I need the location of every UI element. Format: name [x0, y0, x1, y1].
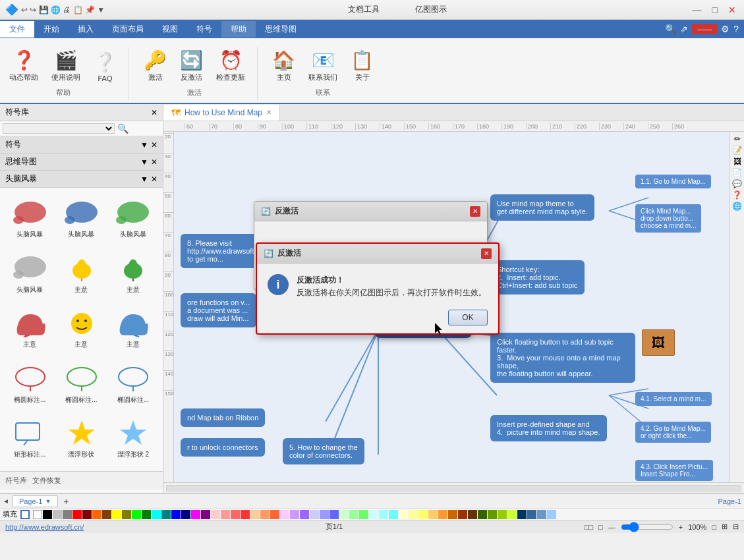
color-swatch[interactable] [152, 510, 161, 519]
menu-item-layout[interactable]: 页面布局 [103, 21, 153, 38]
sidebar-section-brainstorm[interactable]: 头脑风暴 ▼ ✕ [0, 171, 163, 188]
inner-dialog-close-btn[interactable]: ✕ [481, 248, 492, 259]
color-swatch[interactable] [507, 510, 517, 519]
right-panel-btn-7[interactable]: 🌐 [732, 202, 742, 211]
color-swatch[interactable] [389, 510, 398, 519]
list-item[interactable]: 头脑风暴 [57, 193, 105, 246]
ribbon-btn-contact[interactable]: 📧 联系我们 [304, 47, 341, 85]
color-swatch[interactable] [270, 510, 279, 519]
list-item[interactable]: 矩形标注... [5, 413, 54, 466]
color-swatch[interactable] [102, 510, 111, 519]
color-swatch[interactable] [379, 510, 388, 519]
color-swatch[interactable] [280, 510, 289, 519]
menu-item-mindmap[interactable]: 思维导图 [256, 21, 306, 38]
node-unlock-connectors[interactable]: r to unlock connectors [181, 438, 265, 457]
ribbon-btn-home[interactable]: 🏠 主页 [268, 47, 299, 85]
color-swatch[interactable] [478, 510, 487, 519]
color-swatch[interactable] [329, 510, 339, 519]
list-item[interactable]: 主意 [109, 248, 157, 301]
node-4-1[interactable]: 4.1. Select a mind m... [635, 392, 712, 406]
color-swatch[interactable] [33, 510, 42, 519]
color-swatch[interactable] [132, 510, 141, 519]
sidebar-section-close-symbol[interactable]: ✕ [151, 140, 157, 150]
ribbon-btn-about[interactable]: 📋 关于 [347, 47, 378, 85]
profile-area[interactable]: —— [692, 24, 717, 34]
tab-mindmap[interactable]: 🗺 How to Use Mind Map ✕ [163, 105, 280, 121]
zoom-in-btn[interactable]: + [679, 523, 683, 531]
status-url[interactable]: http://www.edrawsoft.cn/ [5, 523, 84, 531]
status-icon-1[interactable]: □□ [585, 523, 593, 531]
symbol-category-select[interactable] [3, 123, 115, 134]
list-item[interactable]: 头脑风暴 [109, 193, 157, 246]
color-swatch[interactable] [63, 510, 72, 519]
view-icon-2[interactable]: ⊞ [722, 522, 728, 531]
menu-item-start[interactable]: 开始 [34, 21, 69, 38]
outer-dialog-title-bar[interactable]: 🔄 反激活 ✕ [254, 202, 487, 221]
list-item[interactable]: 主意 [57, 248, 105, 301]
color-swatch[interactable] [142, 510, 151, 519]
minimize-btn[interactable]: — [690, 3, 704, 16]
list-item[interactable]: 头脑风暴 [5, 248, 54, 301]
ribbon-btn-activate[interactable]: 🔑 激活 [140, 47, 171, 85]
list-item[interactable]: 主意 [5, 303, 54, 356]
menu-item-symbol[interactable]: 符号 [187, 21, 221, 38]
color-swatch[interactable] [320, 510, 329, 519]
color-swatch[interactable] [72, 510, 82, 519]
menu-item-insert[interactable]: 插入 [69, 21, 103, 38]
node-floating-btn[interactable]: Click floating button to add sub topic f… [490, 333, 635, 383]
window-controls[interactable]: — □ ✕ [690, 3, 739, 16]
color-swatch[interactable] [527, 510, 536, 519]
sidebar-section-symbol[interactable]: 符号 ▼ ✕ [0, 136, 163, 154]
list-item[interactable]: 椭圆标注... [57, 358, 105, 411]
sidebar-section-expand-mindmap[interactable]: ▼ [140, 157, 148, 167]
node-1-2[interactable]: Click Mind Map...drop down butto...choos… [635, 204, 701, 233]
view-icon-3[interactable]: ⊟ [733, 522, 739, 531]
list-item[interactable]: 漂浮形状 [57, 413, 105, 466]
outer-dialog-close-btn[interactable]: ✕ [470, 206, 480, 217]
color-swatch[interactable] [241, 510, 250, 519]
ribbon-btn-dynamic-help[interactable]: ❓ 动态帮助 [5, 47, 42, 85]
ribbon-btn-user-manual[interactable]: 🎬 使用说明 [47, 47, 84, 85]
list-item[interactable]: 漂浮形状 2 [109, 413, 157, 466]
right-panel-btn-4[interactable]: 📄 [732, 168, 742, 177]
menu-item-file[interactable]: 文件 [0, 21, 34, 38]
zoom-slider[interactable] [621, 522, 673, 532]
help-icon[interactable]: ? [733, 24, 739, 34]
color-swatch[interactable] [310, 510, 319, 519]
sidebar-section-close-brainstorm[interactable]: ✕ [151, 175, 157, 184]
search-icon[interactable]: 🔍 [117, 123, 129, 134]
color-swatch[interactable] [211, 510, 220, 519]
node-functions[interactable]: ore functions on v...a document was ...d… [181, 293, 256, 327]
color-swatch[interactable] [448, 510, 457, 519]
tab-close-btn[interactable]: ✕ [266, 109, 272, 116]
node-ribbon-tab[interactable]: nd Map tab on Ribbon [181, 408, 265, 427]
color-swatch[interactable] [418, 510, 428, 519]
node-change-color[interactable]: 5. How to change thecolor of connectors. [283, 438, 364, 464]
color-swatch[interactable] [428, 510, 438, 519]
right-panel-btn-2[interactable]: 📝 [732, 146, 742, 155]
maximize-btn[interactable]: □ [710, 3, 720, 16]
color-swatch[interactable] [191, 510, 200, 519]
settings-icon[interactable]: ⚙ [721, 24, 730, 34]
color-swatch[interactable] [171, 510, 181, 519]
page-prev-arrow[interactable]: ◄ [3, 497, 9, 505]
sidebar-section-expand-symbol[interactable]: ▼ [140, 140, 148, 150]
color-swatch[interactable] [112, 510, 121, 519]
sidebar-close-btn[interactable]: ✕ [151, 108, 157, 117]
color-swatch[interactable] [369, 510, 378, 519]
canvas-hscroll[interactable] [163, 482, 744, 493]
page-tab-dropdown[interactable]: ▼ [45, 498, 51, 505]
color-swatch[interactable] [231, 510, 240, 519]
inner-dialog-title-bar[interactable]: 🔄 反激活 ✕ [257, 244, 498, 264]
color-swatch[interactable] [290, 510, 299, 519]
view-icon-1[interactable]: □ [712, 523, 716, 531]
color-swatch[interactable] [43, 510, 52, 519]
sidebar-bottom-filerecovery[interactable]: 文件恢复 [32, 476, 61, 486]
node-4-3[interactable]: 4.3. Click Insert Pictu...Insert Shape F… [635, 460, 713, 481]
list-item[interactable]: 主意 [109, 303, 157, 356]
menu-item-view[interactable]: 视图 [153, 21, 187, 38]
fill-color-indicator[interactable] [20, 510, 30, 519]
color-swatch[interactable] [468, 510, 477, 519]
node-shortcut[interactable]: Shortcut key:2. Insert: add topic.Ctrl+I… [490, 260, 585, 294]
sidebar-section-close-mindmap[interactable]: ✕ [151, 157, 157, 167]
